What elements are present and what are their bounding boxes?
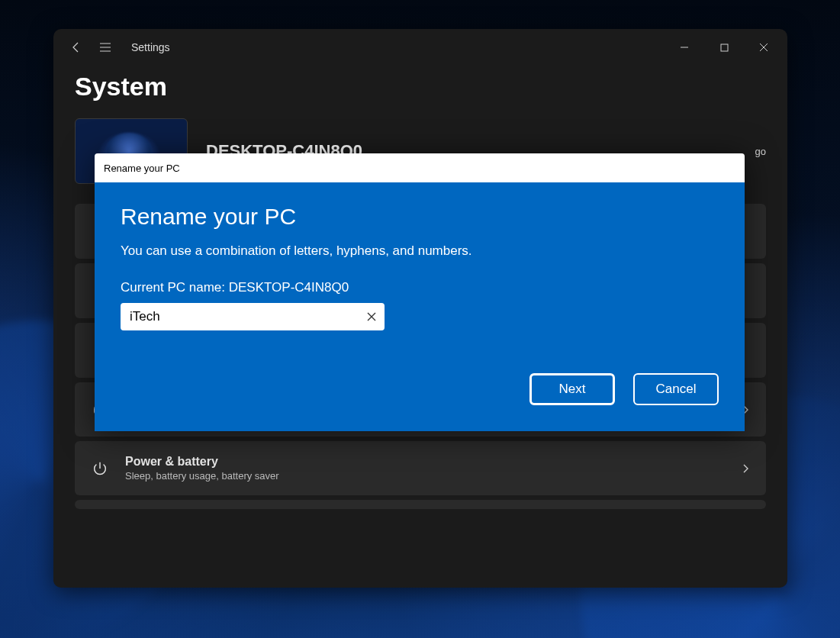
- current-pc-name-label: Current PC name: DESKTOP-C4IN8Q0: [121, 280, 719, 295]
- rename-pc-dialog: Rename your PC Rename your PC You can us…: [95, 153, 745, 431]
- card-title: Power & battery: [125, 455, 279, 469]
- dialog-description: You can use a combination of letters, hy…: [121, 243, 719, 259]
- back-button[interactable]: [66, 37, 87, 58]
- maximize-button[interactable]: [706, 35, 742, 60]
- hamburger-menu-button[interactable]: [95, 37, 116, 58]
- settings-card-obscured[interactable]: [75, 500, 766, 509]
- titlebar: Settings: [53, 29, 787, 66]
- header-right-meta: go: [755, 146, 766, 157]
- close-button[interactable]: [746, 35, 781, 60]
- settings-card-power-battery[interactable]: Power & battery Sleep, battery usage, ba…: [75, 441, 766, 495]
- clear-input-icon[interactable]: [363, 308, 380, 325]
- dialog-heading: Rename your PC: [121, 204, 719, 230]
- chevron-right-icon: [740, 463, 751, 474]
- card-subtitle: Sleep, battery usage, battery saver: [125, 470, 279, 482]
- svg-rect-0: [721, 44, 728, 51]
- dialog-titlebar: Rename your PC: [95, 153, 745, 182]
- next-button[interactable]: Next: [529, 373, 615, 405]
- minimize-button[interactable]: [667, 35, 702, 60]
- dialog-window-title: Rename your PC: [104, 163, 180, 174]
- new-pc-name-input[interactable]: [121, 303, 385, 330]
- cancel-button[interactable]: Cancel: [633, 373, 719, 405]
- app-title: Settings: [131, 41, 170, 53]
- power-icon: [90, 460, 110, 477]
- page-title: System: [75, 72, 766, 102]
- header-meta-fragment: go: [755, 146, 766, 157]
